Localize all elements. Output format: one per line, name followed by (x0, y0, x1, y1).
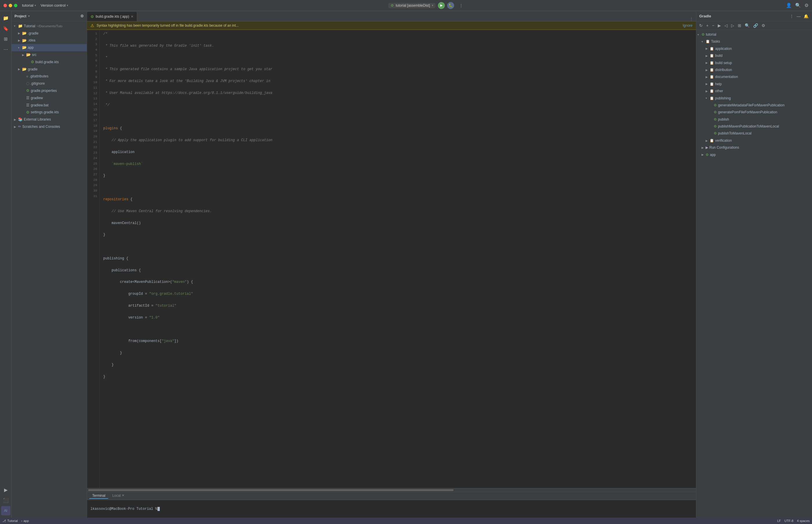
tab-build-gradle[interactable]: ⚙ build.gradle.kts (:app) ✕ (87, 12, 137, 21)
tree-item-build-gradle[interactable]: ⚙ build.gradle.kts (12, 59, 87, 66)
gradle-expand-tutorial[interactable]: ▾ (698, 32, 701, 37)
run-config-selector[interactable]: ⚙ tutorial [assembleDist] ▾ (388, 3, 435, 8)
tree-item-idea[interactable]: ▶ 📂 .idea (12, 37, 87, 44)
gradle-link-icon[interactable]: 🔗 (752, 22, 759, 28)
gradle-more-icon[interactable]: ⋮ (789, 13, 794, 19)
debug-button[interactable]: 🐛 (447, 2, 454, 9)
gradle-item-publish-to-local[interactable]: ⚙ publishMavenPublicationToMavenLocal (696, 123, 812, 130)
gradle-item-distribution[interactable]: ▶ 📋 distribution (696, 66, 812, 73)
tree-item-gitignore[interactable]: ◌ .gitignore (12, 80, 87, 87)
tree-item-settings-gradle[interactable]: ⚙ settings.gradle.kts (12, 109, 87, 116)
code-editor[interactable]: 123456 789101112 131415161718 1920212223… (87, 30, 696, 488)
gradle-expand-app[interactable]: ▶ (701, 152, 705, 157)
code-content[interactable]: /* * This file was generated by the Grad… (100, 30, 696, 488)
terminal-content[interactable]: lkassovic@MacBook-Pro Tutorial % (87, 500, 696, 518)
ai-icon[interactable]: AI (1, 506, 11, 515)
maximize-button[interactable] (14, 4, 17, 7)
tree-item-gitattributes[interactable]: = .gitattributes (12, 73, 87, 80)
status-branch[interactable]: ⎇ Tutorial (2, 519, 18, 523)
tree-item-external-libraries[interactable]: ▶ 📚 External Libraries (12, 116, 87, 123)
profile-icon[interactable]: 👤 (786, 3, 792, 8)
gradle-run-icon[interactable]: ▶ (717, 22, 721, 28)
panel-settings-icon[interactable]: ⚙ (80, 14, 84, 18)
gradle-refresh-icon[interactable]: ↻ (699, 22, 703, 28)
tree-expand-gradle-hidden[interactable]: ▶ (18, 31, 22, 36)
more-tools-icon[interactable]: ⋯ (1, 45, 11, 54)
gradle-search-icon[interactable]: 🔍 (744, 22, 750, 28)
gradle-expand-distribution[interactable]: ▶ (705, 67, 710, 72)
tree-item-gradle-properties[interactable]: ⚙ gradle.properties (12, 87, 87, 95)
gradle-expand-all-icon[interactable]: ⊞ (737, 22, 742, 28)
gradle-settings-icon[interactable]: ⚙ (761, 22, 766, 28)
tree-expand-scratches[interactable]: ▶ (14, 125, 18, 129)
gradle-notifications-icon[interactable]: 🔔 (803, 13, 809, 19)
gradle-expand-other[interactable]: ▶ (705, 89, 710, 94)
tree-item-scratches[interactable]: ▶ ✏ Scratches and Consoles (12, 123, 87, 130)
gradle-expand-publishing[interactable]: ▾ (705, 96, 710, 101)
tab-more-button[interactable]: ⋮ (687, 17, 696, 21)
terminal-close-icon[interactable]: ✕ (122, 494, 124, 497)
tree-expand-gradle[interactable]: ▶ (18, 67, 22, 71)
terminal-icon[interactable]: ⬛ (1, 496, 11, 505)
close-button[interactable] (3, 4, 7, 7)
tree-item-app[interactable]: ▾ 📂 app (12, 44, 87, 51)
tree-expand-app[interactable]: ▾ (18, 46, 22, 50)
tree-expand-tutorial[interactable]: ▾ (14, 24, 18, 28)
gradle-add-icon[interactable]: + (705, 22, 709, 28)
gradle-expand-application[interactable]: ▶ (705, 46, 710, 51)
gradle-item-build-setup[interactable]: ▶ 📋 build setup (696, 60, 812, 66)
gradle-item-publish[interactable]: ⚙ publish (696, 116, 812, 123)
vcs-selector[interactable]: Version control ▾ (41, 3, 68, 7)
gradle-item-generate-metadata[interactable]: ⚙ generateMetadataFileForMavenPublicatio… (696, 102, 812, 109)
gradle-item-publishing[interactable]: ▾ 📋 publishing (696, 95, 812, 102)
gradle-item-run-configurations[interactable]: ▶ ▶ Run Configurations (696, 144, 812, 151)
run-button[interactable]: ▶ (438, 2, 445, 9)
gradle-left-arrow-icon[interactable]: ◁ (724, 22, 728, 28)
run-panel-icon[interactable]: ▶ (1, 485, 11, 494)
gradle-item-documentation[interactable]: ▶ 📋 documentation (696, 73, 812, 80)
tree-item-src[interactable]: ▶ 📂 src (12, 51, 87, 59)
settings-icon[interactable]: ⚙ (805, 3, 809, 8)
gradle-item-generate-pom[interactable]: ⚙ generatePomFileForMavenPublication (696, 109, 812, 116)
terminal-tab-terminal[interactable]: Terminal (89, 493, 108, 499)
gradle-item-build[interactable]: ▶ 📋 build (696, 52, 812, 59)
gradle-expand-build-setup[interactable]: ▶ (705, 60, 710, 65)
gradle-expand-documentation[interactable]: ▶ (705, 75, 710, 79)
bookmark-icon[interactable]: 🔖 (1, 24, 11, 33)
gradle-expand-tasks[interactable]: ▾ (701, 39, 705, 44)
structure-icon[interactable]: ⊞ (1, 34, 11, 44)
gradle-item-app[interactable]: ▶ ⚙ app (696, 151, 812, 158)
terminal-tab-local[interactable]: Local ✕ (109, 493, 127, 499)
tree-item-gradle-hidden[interactable]: ▶ 📂 .gradle (12, 30, 87, 37)
project-view-icon[interactable]: 📁 (1, 13, 11, 22)
gradle-item-help[interactable]: ▶ 📋 help (696, 81, 812, 87)
scroll-thumb-horizontal[interactable] (88, 489, 453, 491)
gradle-item-other[interactable]: ▶ 📋 other (696, 87, 812, 95)
status-encoding[interactable]: UTF-8 (784, 519, 793, 523)
gradle-right-arrow-icon[interactable]: ▷ (731, 22, 735, 28)
tree-item-gradlew-bat[interactable]: ☰ gradlew.bat (12, 102, 87, 109)
gradle-expand-help[interactable]: ▶ (705, 81, 710, 86)
gradle-item-tutorial[interactable]: ▾ ⚙ tutorial (696, 31, 812, 38)
gradle-item-application[interactable]: ▶ 📋 application (696, 45, 812, 52)
more-actions-button[interactable]: ⋮ (457, 1, 466, 10)
ignore-button[interactable]: Ignore (683, 23, 692, 28)
gradle-item-verification[interactable]: ▶ 📋 verification (696, 137, 812, 144)
tree-item-gradle[interactable]: ▶ 📂 gradle (12, 66, 87, 73)
tree-item-tutorial[interactable]: ▾ 📁 Tutorial ~/Documents/Tuto (12, 22, 87, 30)
gradle-remove-icon[interactable]: − (711, 22, 715, 28)
tree-expand-src[interactable]: ▶ (22, 53, 26, 58)
status-path[interactable]: › app (21, 519, 29, 523)
tree-item-gradlew[interactable]: ☰ gradlew (12, 95, 87, 102)
tree-expand-idea[interactable]: ▶ (18, 38, 22, 43)
status-indent[interactable]: 4 spaces (797, 519, 810, 523)
horizontal-scrollbar[interactable] (87, 488, 696, 492)
gradle-expand-build[interactable]: ▶ (705, 53, 710, 58)
minimize-button[interactable] (9, 4, 12, 7)
gradle-item-tasks[interactable]: ▾ 📋 Tasks (696, 38, 812, 45)
gradle-expand-run-configs[interactable]: ▶ (701, 145, 705, 150)
gradle-minimize-icon[interactable]: — (796, 13, 801, 19)
tree-expand-ext-libs[interactable]: ▶ (14, 117, 18, 122)
search-everywhere-icon[interactable]: 🔍 (795, 3, 801, 8)
gradle-expand-verification[interactable]: ▶ (705, 138, 710, 143)
